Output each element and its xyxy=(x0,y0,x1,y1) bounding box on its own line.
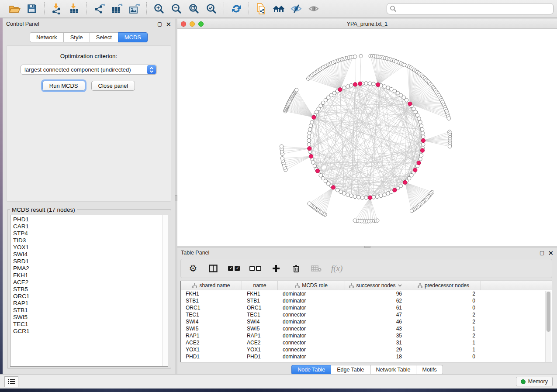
mcds-hub-node[interactable] xyxy=(421,138,425,142)
tab-node-table[interactable]: Node Table xyxy=(291,365,331,375)
mcds-result-item[interactable]: TEC1 xyxy=(13,321,168,328)
network-node[interactable] xyxy=(353,195,356,198)
mcds-hub-node[interactable] xyxy=(413,168,417,172)
mcds-result-item[interactable]: TID3 xyxy=(13,237,168,244)
network-node[interactable] xyxy=(447,117,450,120)
close-panel-icon[interactable]: ✕ xyxy=(548,250,554,256)
network-node[interactable] xyxy=(357,196,360,199)
node-table[interactable]: shared namenameMCDS rolesuccessor nodesp… xyxy=(180,281,552,362)
add-column-button[interactable] xyxy=(271,262,281,275)
network-node[interactable] xyxy=(420,127,424,131)
search-box[interactable] xyxy=(387,3,554,14)
network-node[interactable] xyxy=(410,209,413,213)
table-row[interactable]: ACE2ACE2connector311 xyxy=(181,339,552,346)
network-node[interactable] xyxy=(421,131,425,135)
export-image-button[interactable] xyxy=(127,2,142,16)
zoom-fit-button[interactable] xyxy=(187,2,201,16)
delete-table-button[interactable] xyxy=(311,262,322,275)
network-node[interactable] xyxy=(386,86,390,89)
network-node[interactable] xyxy=(364,196,368,199)
mcds-hub-node[interactable] xyxy=(358,82,362,86)
mcds-result-item[interactable]: SWI5 xyxy=(13,314,168,321)
select-all-button[interactable] xyxy=(228,262,240,275)
column-header-successor-nodes[interactable]: successor nodes xyxy=(345,281,406,290)
mcds-result-item[interactable]: STP4 xyxy=(13,230,168,237)
network-node[interactable] xyxy=(359,54,363,58)
network-node[interactable] xyxy=(343,192,346,195)
network-node[interactable] xyxy=(349,83,353,87)
zoom-out-button[interactable] xyxy=(169,2,184,16)
network-node[interactable] xyxy=(346,85,349,88)
network-node[interactable] xyxy=(307,135,311,138)
memory-button[interactable]: Memory xyxy=(516,377,553,386)
mcds-hub-node[interactable] xyxy=(368,196,372,199)
network-node[interactable] xyxy=(294,88,298,92)
network-node[interactable] xyxy=(405,98,408,102)
network-graph[interactable] xyxy=(177,29,556,245)
mcds-hub-node[interactable] xyxy=(393,188,397,192)
mcds-hub-node[interactable] xyxy=(353,83,357,86)
network-node[interactable] xyxy=(280,144,283,148)
tab-network-table[interactable]: Network Table xyxy=(370,365,416,375)
delete-column-button[interactable] xyxy=(291,262,301,275)
network-node[interactable] xyxy=(419,120,422,124)
network-node[interactable] xyxy=(364,82,368,85)
column-header-name[interactable]: name xyxy=(242,281,278,290)
table-row[interactable]: TEC1TEC1connector472 xyxy=(181,311,552,318)
table-row[interactable]: FKH1FKH1dominator962 xyxy=(181,290,552,297)
table-row[interactable]: YOX1YOX1connector291 xyxy=(181,346,552,353)
column-header-shared-name[interactable]: shared name xyxy=(181,281,242,290)
tab-mcds[interactable]: MCDS xyxy=(118,32,148,42)
import-network-button[interactable] xyxy=(49,2,64,16)
mcds-result-item[interactable]: ORC1 xyxy=(13,293,168,300)
table-row[interactable]: ORC1ORC1dominator610 xyxy=(181,304,552,311)
network-node[interactable] xyxy=(386,192,390,195)
network-node[interactable] xyxy=(419,157,422,161)
column-header-predecessor-nodes[interactable]: predecessor nodes xyxy=(406,281,481,290)
network-node[interactable] xyxy=(280,157,284,160)
network-node[interactable] xyxy=(307,139,311,142)
mcds-result-item[interactable]: SWI4 xyxy=(13,251,168,258)
mcds-hub-node[interactable] xyxy=(420,148,424,152)
mcds-hub-node[interactable] xyxy=(312,115,316,119)
network-node[interactable] xyxy=(417,117,421,120)
mcds-result-item[interactable]: ACE2 xyxy=(13,279,168,286)
network-node[interactable] xyxy=(353,55,357,58)
close-panel-button[interactable]: Close panel xyxy=(91,81,135,91)
mcds-hub-node[interactable] xyxy=(338,88,342,92)
export-network-button[interactable] xyxy=(92,2,107,16)
network-node[interactable] xyxy=(448,144,451,148)
save-session-button[interactable] xyxy=(24,2,39,16)
network-node[interactable] xyxy=(309,124,312,127)
network-node[interactable] xyxy=(308,202,311,205)
first-neighbors-button[interactable] xyxy=(271,2,286,16)
network-node[interactable] xyxy=(415,113,419,117)
network-node[interactable] xyxy=(419,154,423,157)
mcds-list-scrollbar[interactable] xyxy=(162,215,168,366)
deselect-all-button[interactable] xyxy=(249,262,261,275)
network-node[interactable] xyxy=(360,196,364,199)
network-node[interactable] xyxy=(307,142,311,146)
mcds-hub-node[interactable] xyxy=(315,169,319,173)
criterion-select[interactable]: largest connected component (undirected) xyxy=(21,65,157,75)
float-panel-icon[interactable]: ▢ xyxy=(540,250,544,255)
zoom-in-button[interactable] xyxy=(152,2,166,16)
network-node[interactable] xyxy=(319,174,322,177)
tab-edge-table[interactable]: Edge Table xyxy=(331,365,370,375)
network-node[interactable] xyxy=(346,193,349,196)
network-node[interactable] xyxy=(422,135,425,138)
show-all-button[interactable] xyxy=(306,2,321,16)
network-node[interactable] xyxy=(310,120,314,124)
network-node[interactable] xyxy=(414,110,417,113)
mcds-result-item[interactable]: RAP1 xyxy=(13,300,168,307)
table-row[interactable]: STB1STB1dominator620 xyxy=(181,297,552,304)
network-node[interactable] xyxy=(311,161,315,164)
network-node[interactable] xyxy=(383,193,386,196)
export-table-button[interactable] xyxy=(109,2,124,16)
mcds-result-item[interactable]: STB1 xyxy=(13,307,168,314)
mcds-hub-node[interactable] xyxy=(403,180,407,184)
network-node[interactable] xyxy=(390,87,393,91)
close-panel-icon[interactable]: ✕ xyxy=(166,21,171,28)
table-settings-button[interactable]: ⚙ xyxy=(188,262,198,275)
network-node[interactable] xyxy=(379,194,383,197)
